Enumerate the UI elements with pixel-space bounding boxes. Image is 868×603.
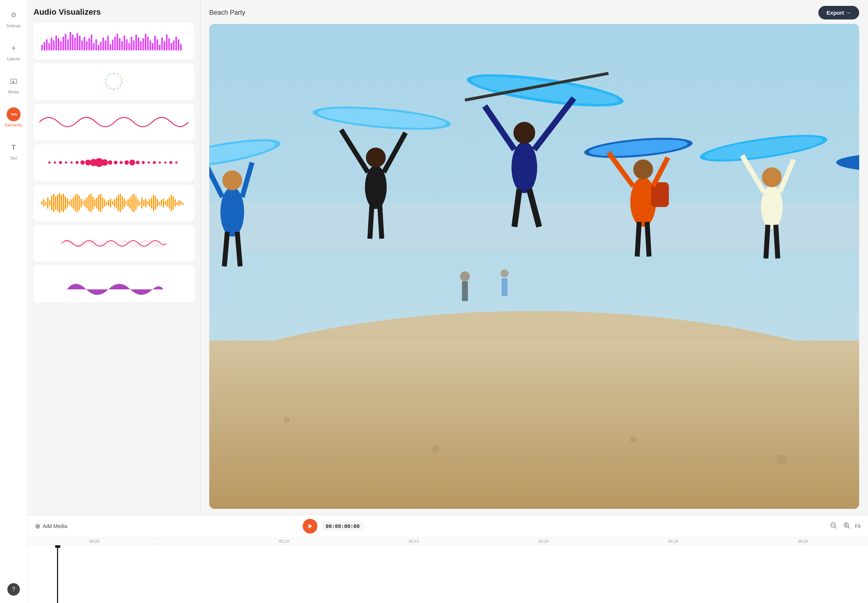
zoom-in-button[interactable] [842, 520, 852, 532]
svg-rect-169 [176, 202, 178, 205]
timeline-ruler: 00:05 00:10 00:15 00:20 00:25 00:30 [28, 538, 868, 545]
viz-card-multiwave[interactable] [34, 225, 194, 262]
ruler-mark-05: 00:30 [738, 539, 868, 543]
playhead-handle[interactable] [55, 545, 60, 548]
svg-rect-118 [76, 194, 77, 212]
svg-point-78 [59, 161, 62, 164]
svg-rect-167 [172, 196, 173, 210]
svg-rect-35 [121, 41, 123, 50]
playhead[interactable] [57, 545, 58, 603]
svg-line-209 [637, 222, 639, 256]
help-button[interactable]: ? [7, 583, 20, 596]
preview-title: Beach Party [209, 9, 245, 17]
sidebar-item-label-elements: Elements [5, 123, 22, 127]
svg-rect-168 [175, 199, 176, 207]
svg-point-81 [76, 161, 79, 164]
svg-rect-128 [96, 198, 97, 209]
svg-rect-50 [157, 39, 158, 50]
svg-rect-31 [112, 40, 113, 50]
svg-rect-130 [100, 194, 101, 212]
viz-card-dots[interactable] [34, 144, 194, 181]
sidebar-item-elements[interactable]: Elements [0, 105, 27, 130]
svg-rect-20 [86, 41, 88, 50]
viz-card-circle[interactable] [34, 63, 194, 100]
svg-rect-131 [102, 198, 103, 209]
svg-point-95 [153, 161, 156, 164]
svg-rect-136 [112, 201, 113, 205]
svg-rect-144 [128, 199, 129, 207]
beach-scene-svg [209, 24, 859, 509]
svg-point-79 [65, 161, 67, 164]
svg-rect-109 [59, 193, 60, 213]
svg-rect-158 [155, 196, 156, 210]
svg-rect-125 [90, 194, 91, 212]
add-media-button[interactable]: ⊕ Add Media [35, 522, 67, 530]
viz-card-wave[interactable] [34, 104, 194, 141]
svg-rect-28 [105, 40, 106, 50]
svg-rect-9 [60, 41, 62, 50]
svg-line-65 [122, 79, 123, 79]
svg-rect-107 [55, 196, 56, 210]
sidebar-item-media[interactable]: Media [0, 72, 27, 96]
svg-rect-45 [145, 34, 146, 50]
sidebar-item-label-media: Media [8, 90, 19, 94]
svg-rect-1 [41, 45, 43, 50]
svg-rect-33 [117, 34, 118, 50]
svg-rect-154 [147, 201, 148, 205]
svg-rect-232 [502, 278, 507, 296]
top-area: Audio Visualizers [28, 0, 868, 515]
svg-rect-121 [82, 201, 84, 205]
svg-point-89 [120, 161, 123, 164]
svg-line-241 [848, 527, 849, 528]
svg-line-191 [370, 205, 372, 239]
svg-point-86 [102, 159, 108, 166]
svg-rect-163 [165, 201, 166, 205]
svg-line-192 [380, 205, 382, 239]
svg-rect-176 [209, 340, 859, 509]
svg-rect-153 [145, 199, 146, 207]
svg-rect-146 [131, 195, 132, 211]
sidebar-item-settings[interactable]: ⚙ Settings [0, 6, 27, 30]
svg-line-66 [122, 83, 123, 83]
svg-rect-149 [137, 199, 138, 207]
svg-rect-3 [46, 39, 48, 50]
export-button[interactable]: Export → [818, 6, 859, 20]
svg-rect-5 [51, 37, 52, 50]
svg-rect-18 [81, 40, 83, 50]
sidebar-item-text[interactable]: T Text [0, 138, 27, 162]
svg-rect-171 [181, 201, 182, 205]
svg-rect-108 [57, 195, 58, 211]
svg-line-74 [106, 75, 108, 76]
svg-rect-135 [110, 199, 111, 207]
svg-rect-54 [166, 34, 167, 50]
play-button[interactable] [303, 519, 317, 533]
svg-point-97 [164, 161, 167, 164]
svg-rect-12 [67, 39, 69, 50]
viz-card-waveform[interactable] [34, 185, 194, 221]
sidebar-item-upload[interactable]: + Upload [0, 39, 27, 63]
svg-line-63 [117, 73, 118, 75]
timeline-controls: ⊕ Add Media 00:00:00:00 Fit [28, 515, 868, 538]
svg-point-182 [223, 170, 242, 190]
svg-point-76 [48, 161, 51, 164]
visualizers-title: Audio Visualizers [34, 7, 194, 17]
svg-rect-139 [118, 195, 119, 211]
fit-button[interactable]: Fit [855, 523, 861, 529]
svg-rect-147 [133, 194, 135, 212]
viz-card-bumps[interactable] [34, 266, 194, 302]
svg-rect-122 [85, 199, 86, 207]
svg-rect-59 [178, 39, 179, 50]
svg-line-73 [104, 79, 106, 79]
add-media-label: Add Media [43, 523, 67, 529]
zoom-out-button[interactable] [828, 520, 839, 532]
svg-rect-162 [163, 199, 164, 207]
svg-rect-138 [116, 198, 117, 209]
svg-point-90 [125, 160, 129, 165]
viz-card-bars[interactable] [34, 23, 194, 60]
svg-rect-132 [104, 199, 105, 207]
svg-point-216 [762, 167, 782, 187]
svg-rect-46 [147, 37, 149, 50]
svg-rect-104 [49, 200, 50, 206]
svg-rect-127 [94, 199, 95, 207]
svg-point-93 [142, 161, 145, 164]
